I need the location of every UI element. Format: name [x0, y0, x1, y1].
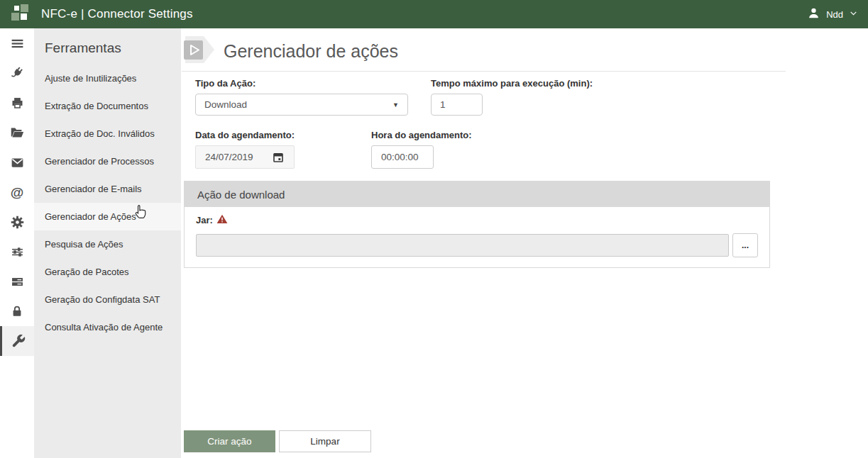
calendar-icon[interactable]: [272, 151, 285, 164]
stack-icon[interactable]: [0, 267, 34, 296]
tools-sidebar: Ferramentas Ajuste de Inutilizações Extr…: [34, 28, 181, 458]
sidebar-item-gerenciador-processos[interactable]: Gerenciador de Processos: [34, 147, 181, 175]
app-header: NFC-e | Connector Settings Ndd: [0, 0, 868, 28]
user-name: Ndd: [826, 9, 843, 20]
sidebar-item-geracao-pacotes[interactable]: Geração de Pacotes: [34, 258, 181, 286]
printer-icon[interactable]: [0, 88, 34, 118]
sidebar-item-gerenciador-acoes[interactable]: Gerenciador de Ações: [34, 203, 181, 230]
main-content: Gerenciador de ações Tipo da Ação: Downl…: [181, 28, 868, 458]
sidebar-item-ajuste-inutilizacoes[interactable]: Ajuste de Inutilizações: [34, 65, 181, 92]
wrench-icon[interactable]: [0, 326, 34, 356]
panel-title: Ação de download: [185, 181, 769, 207]
app-title: NFC-e | Connector Settings: [41, 7, 193, 21]
icon-rail: @: [0, 28, 34, 458]
plug-icon[interactable]: [0, 58, 34, 88]
sidebar-item-pesquisa-acoes[interactable]: Pesquisa de Ações: [34, 230, 181, 258]
user-avatar-icon: [807, 6, 820, 23]
select-caret-icon: ▼: [392, 101, 399, 108]
schedule-date-picker[interactable]: 24/07/2019: [195, 145, 295, 169]
sidebar-item-extracao-doc-invalidos[interactable]: Extração de Doc. Inválidos: [34, 120, 181, 147]
warning-icon: [216, 213, 228, 227]
page-title: Gerenciador de ações: [224, 41, 398, 62]
sidebar-item-geracao-configdata-sat[interactable]: Geração do Configdata SAT: [34, 286, 181, 313]
max-time-input[interactable]: [431, 94, 483, 116]
sliders-icon[interactable]: [0, 237, 34, 267]
title-divider: [182, 71, 786, 72]
ndd-logo-icon: [9, 3, 33, 26]
folder-open-icon[interactable]: [0, 118, 34, 147]
sidebar-heading: Ferramentas: [34, 40, 181, 56]
sidebar-item-gerenciador-emails[interactable]: Gerenciador de E-mails: [34, 175, 181, 203]
browse-button[interactable]: ...: [732, 233, 758, 257]
action-type-value: Download: [204, 99, 247, 110]
user-menu[interactable]: Ndd: [807, 0, 858, 28]
schedule-time-label: Hora do agendamento:: [371, 130, 472, 140]
at-sign-icon[interactable]: @: [0, 177, 34, 207]
gear-icon[interactable]: [0, 207, 34, 237]
sidebar-item-extracao-documentos[interactable]: Extração de Documentos: [34, 92, 181, 120]
max-time-label: Tempo máximo para execução (min):: [431, 78, 593, 89]
lock-icon[interactable]: [0, 296, 34, 326]
schedule-date-value: 24/07/2019: [205, 152, 253, 162]
action-type-select[interactable]: Download ▼: [195, 94, 408, 116]
create-action-button[interactable]: Criar ação: [184, 430, 275, 452]
menu-icon[interactable]: [0, 28, 34, 58]
schedule-date-label: Data do agendamento:: [195, 130, 371, 140]
jar-label: Jar:: [196, 215, 213, 225]
sidebar-item-consulta-ativacao-agente[interactable]: Consulta Ativação de Agente: [34, 313, 181, 341]
envelope-icon[interactable]: [0, 147, 34, 177]
play-badge-icon: [184, 35, 215, 67]
clear-button[interactable]: Limpar: [279, 430, 371, 452]
schedule-time-input[interactable]: [371, 145, 434, 169]
jar-path-input: [196, 234, 729, 257]
download-action-panel: Ação de download Jar: ...: [184, 181, 770, 268]
chevron-down-icon: [849, 8, 858, 21]
action-type-label: Tipo da Ação:: [195, 78, 431, 89]
